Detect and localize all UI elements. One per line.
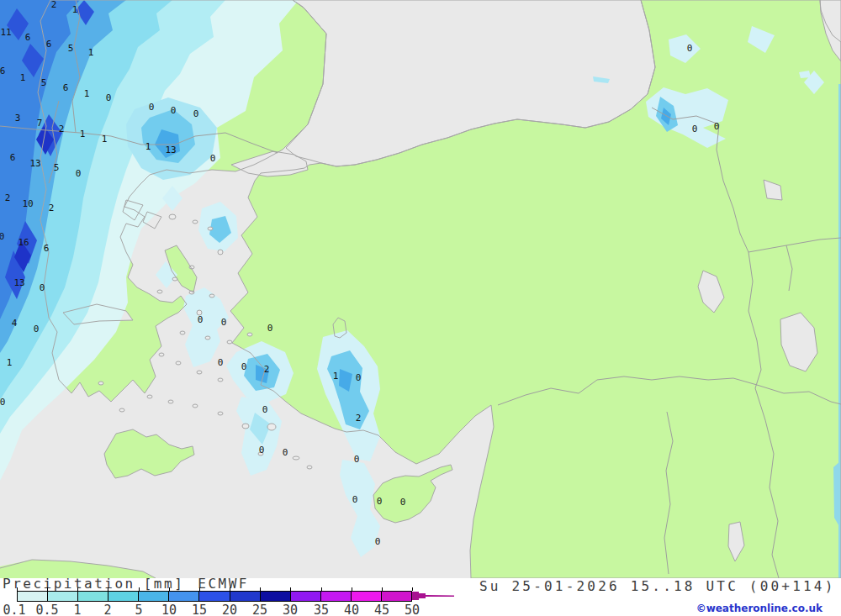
island <box>176 361 181 365</box>
precip-value-label: 0 <box>221 317 227 328</box>
precip-value-label: 0 <box>377 496 383 507</box>
precip-value-label: 0 <box>400 497 406 508</box>
precip-value-label: 0 <box>262 404 268 415</box>
island <box>98 382 103 385</box>
precipitation-map: 2111665161561000037211113061350210201661… <box>0 0 841 578</box>
precip-value-label: 2 <box>49 203 55 213</box>
precip-value-label: 1 <box>7 357 13 368</box>
precip-value-label: 2 <box>264 364 270 375</box>
precip-value-label: 13 <box>29 158 40 169</box>
precip-value-label: 0 <box>354 454 360 465</box>
island <box>180 331 185 334</box>
precip-value-label: 6 <box>46 39 52 50</box>
precip-value-label: 0 <box>149 102 155 113</box>
precip-value-label: 13 <box>13 277 24 288</box>
precip-value-label: 0 <box>241 361 247 372</box>
island <box>205 336 210 340</box>
scale-tick <box>321 587 322 591</box>
scale-label: 35 <box>314 603 329 616</box>
scale-tick <box>108 587 108 591</box>
island <box>247 333 252 336</box>
precip-value-label: 0 <box>106 92 112 103</box>
color-scale-overflow-arrow <box>412 590 456 603</box>
precip-value-label: 0 <box>198 314 204 325</box>
scale-segment <box>78 592 108 601</box>
scale-tick <box>139 587 140 591</box>
legend-title-unit: [mm] <box>144 576 185 592</box>
scale-segment <box>382 592 411 601</box>
scale-label: 50 <box>405 603 420 616</box>
island <box>169 214 176 219</box>
precip-value-label: 1 <box>145 141 151 152</box>
precip-value-label: 1 <box>72 4 78 15</box>
precip-value-label: 5 <box>41 77 47 88</box>
scale-tick <box>47 587 48 591</box>
precip-value-label: 0 <box>283 447 288 458</box>
precip-value-label: 2 <box>51 0 57 10</box>
island <box>147 395 152 398</box>
precip-value-label: 6 <box>0 66 5 76</box>
precip-value-label: 0 <box>714 121 720 132</box>
precip-value-label: 0 <box>210 153 216 164</box>
precip-value-label: 0 <box>267 323 273 334</box>
precip-value-label: 0 <box>193 108 199 119</box>
precip-value-label: 2 <box>5 192 11 203</box>
precip-value-label: 0 <box>687 43 693 54</box>
precip-value-label: 0 <box>352 494 358 505</box>
island <box>307 466 312 469</box>
color-scale <box>17 591 412 602</box>
scale-segment <box>169 592 199 601</box>
scale-tick <box>260 587 261 591</box>
precip-value-label: 0 <box>259 445 265 455</box>
scale-label: 2 <box>103 603 111 616</box>
precip-value-label: 5 <box>54 162 60 173</box>
island <box>159 353 164 356</box>
precip-value-label: 0 <box>692 124 698 134</box>
scale-tick <box>290 587 291 591</box>
island <box>197 371 202 374</box>
precip-value-label: 0 <box>218 357 224 368</box>
scale-label: 20 <box>222 603 237 616</box>
island <box>157 290 162 293</box>
precip-value-label: 6 <box>44 243 50 254</box>
precip-value-label: 3 <box>15 113 21 124</box>
scale-label: 40 <box>344 603 359 616</box>
scale-segment <box>108 592 139 601</box>
precip-value-label: 10 <box>22 198 33 209</box>
scale-tick <box>199 587 200 591</box>
precip-value-label: 0 <box>76 168 82 179</box>
island <box>242 424 249 429</box>
precip-value-label: 2 <box>59 124 65 134</box>
scale-segment <box>352 592 382 601</box>
island <box>218 250 223 255</box>
scale-tick <box>412 587 413 591</box>
weather-precipitation-page: 2111665161561000037211113061350210201661… <box>0 0 841 616</box>
legend-title-model: ECMWF <box>198 576 249 592</box>
scale-segment <box>291 592 321 601</box>
precip-value-label: 11 <box>0 27 11 38</box>
precip-value-label: 7 <box>37 118 43 129</box>
island <box>168 400 173 403</box>
island <box>208 227 213 230</box>
precip-value-label: 4 <box>12 318 18 329</box>
copyright-link[interactable]: ©weatheronline.co.uk <box>696 603 822 614</box>
precip-value-label: 16 <box>18 237 29 248</box>
island <box>193 220 198 224</box>
island <box>218 412 223 415</box>
scale-segment <box>48 592 78 601</box>
precip-value-label: 0 <box>375 536 381 547</box>
scale-tick <box>17 587 18 591</box>
precip-value-label: 0 <box>0 231 4 242</box>
scale-label: 45 <box>374 603 389 616</box>
scale-tick <box>230 587 230 591</box>
scale-segment <box>199 592 230 601</box>
legend-title-quantity: Precipitation <box>3 576 135 592</box>
scale-label: 5 <box>135 603 142 616</box>
scale-label: 10 <box>161 603 177 616</box>
precip-value-label: 1 <box>102 134 108 145</box>
precip-value-label: 0 <box>356 372 362 383</box>
precip-value-label: 6 <box>25 32 31 43</box>
scale-label: 30 <box>283 603 298 616</box>
scale-segment <box>261 592 291 601</box>
island <box>227 340 232 344</box>
